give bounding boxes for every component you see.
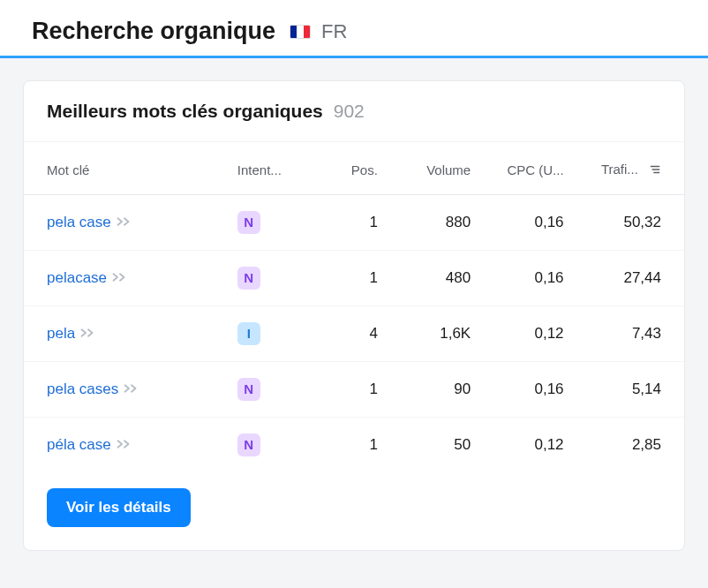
col-header-traffic-label: Trafi... (601, 162, 638, 177)
col-header-keyword[interactable]: Mot clé (24, 142, 229, 194)
country-flag-icon (290, 25, 311, 39)
table-row: pela casesN1900,165,14 (24, 361, 684, 417)
open-serp-icon[interactable] (117, 438, 132, 452)
card-title: Meilleurs mots clés organiques (47, 101, 323, 122)
cell-traffic: 2,85 (573, 417, 684, 472)
cell-volume: 480 (387, 250, 479, 305)
country-code: FR (321, 20, 347, 43)
sort-desc-icon (649, 163, 661, 178)
open-serp-icon[interactable] (117, 215, 132, 230)
cell-volume: 50 (387, 417, 479, 472)
card-count: 902 (334, 101, 365, 122)
card-footer: Voir les détails (24, 472, 684, 550)
col-header-intent[interactable]: Intent... (229, 142, 313, 194)
top-keywords-card: Meilleurs mots clés organiques 902 Mot c… (23, 80, 685, 551)
cell-traffic: 5,14 (573, 361, 684, 417)
cell-position: 1 (313, 417, 387, 472)
cell-volume: 1,6K (387, 305, 479, 361)
cell-cpc: 0,12 (479, 417, 572, 472)
cell-traffic: 50,32 (573, 194, 684, 250)
cell-traffic: 7,43 (573, 305, 684, 361)
cell-position: 1 (313, 194, 387, 250)
view-details-button[interactable]: Voir les détails (47, 488, 191, 527)
keyword-link[interactable]: péla case (47, 436, 111, 453)
table-row: pelacaseN14800,1627,44 (24, 250, 684, 305)
intent-badge: I (237, 322, 260, 345)
cell-cpc: 0,16 (479, 194, 572, 250)
keywords-table: Mot clé Intent... Pos. Volume CPC (U... … (24, 142, 684, 472)
open-serp-icon[interactable] (80, 327, 96, 341)
col-header-traffic[interactable]: Trafi... (573, 142, 684, 194)
open-serp-icon[interactable] (124, 382, 139, 396)
keyword-link[interactable]: pela (47, 325, 75, 342)
intent-badge: N (237, 211, 260, 234)
keyword-link[interactable]: pela case (47, 214, 111, 230)
col-header-position[interactable]: Pos. (313, 142, 387, 194)
cell-volume: 880 (387, 194, 479, 250)
cell-traffic: 27,44 (573, 250, 684, 305)
intent-badge: N (237, 433, 260, 456)
table-row: pelaI41,6K0,127,43 (24, 305, 684, 361)
cell-volume: 90 (387, 361, 479, 417)
cell-position: 1 (313, 361, 387, 417)
page-header: Recherche organique FR (0, 0, 708, 58)
cell-cpc: 0,16 (479, 361, 572, 417)
cell-position: 4 (313, 305, 387, 361)
keyword-link[interactable]: pela cases (47, 381, 118, 397)
table-row: pela caseN18800,1650,32 (24, 194, 684, 250)
keyword-link[interactable]: pelacase (47, 269, 107, 286)
col-header-cpc[interactable]: CPC (U... (479, 142, 572, 194)
intent-badge: N (237, 267, 260, 290)
intent-badge: N (237, 378, 260, 401)
col-header-volume[interactable]: Volume (387, 142, 479, 194)
table-row: péla caseN1500,122,85 (24, 417, 684, 472)
cell-cpc: 0,12 (479, 305, 572, 361)
card-header: Meilleurs mots clés organiques 902 (24, 81, 684, 142)
cell-cpc: 0,16 (479, 250, 572, 305)
page-title: Recherche organique (32, 18, 275, 45)
cell-position: 1 (313, 250, 387, 305)
open-serp-icon[interactable] (112, 271, 128, 285)
